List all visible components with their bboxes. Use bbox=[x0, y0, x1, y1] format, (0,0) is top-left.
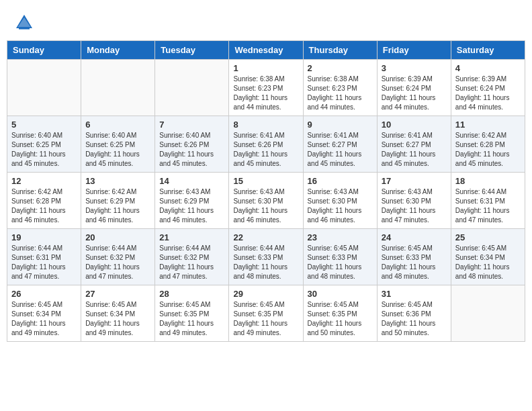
day-number: 22 bbox=[233, 232, 298, 242]
calendar-cell bbox=[155, 60, 229, 116]
day-info: Sunrise: 6:45 AMSunset: 6:36 PMDaylight:… bbox=[382, 301, 436, 336]
calendar-cell: 6Sunrise: 6:40 AMSunset: 6:25 PMDaylight… bbox=[81, 116, 155, 173]
calendar-cell: 19Sunrise: 6:44 AMSunset: 6:31 PMDayligh… bbox=[7, 229, 81, 285]
calendar-cell: 28Sunrise: 6:45 AMSunset: 6:35 PMDayligh… bbox=[155, 285, 229, 342]
day-header-saturday: Saturday bbox=[451, 41, 525, 60]
day-number: 30 bbox=[308, 289, 373, 299]
day-info: Sunrise: 6:45 AMSunset: 6:33 PMDaylight:… bbox=[308, 244, 362, 280]
day-number: 12 bbox=[11, 176, 77, 186]
calendar-cell: 1Sunrise: 6:38 AMSunset: 6:23 PMDaylight… bbox=[229, 60, 303, 116]
day-number: 8 bbox=[233, 120, 298, 130]
day-info: Sunrise: 6:41 AMSunset: 6:26 PMDaylight:… bbox=[233, 132, 287, 167]
day-info: Sunrise: 6:45 AMSunset: 6:35 PMDaylight:… bbox=[159, 301, 214, 336]
day-number: 23 bbox=[308, 232, 373, 242]
day-header-sunday: Sunday bbox=[7, 41, 81, 60]
day-number: 31 bbox=[382, 289, 447, 299]
day-info: Sunrise: 6:45 AMSunset: 6:35 PMDaylight:… bbox=[308, 301, 362, 336]
calendar-cell: 10Sunrise: 6:41 AMSunset: 6:27 PMDayligh… bbox=[377, 116, 451, 173]
day-number: 11 bbox=[455, 120, 521, 130]
day-number: 28 bbox=[159, 289, 224, 299]
day-info: Sunrise: 6:43 AMSunset: 6:30 PMDaylight:… bbox=[382, 188, 436, 224]
calendar-cell: 7Sunrise: 6:40 AMSunset: 6:26 PMDaylight… bbox=[155, 116, 229, 173]
calendar-cell: 22Sunrise: 6:44 AMSunset: 6:33 PMDayligh… bbox=[229, 229, 303, 285]
calendar-cell: 26Sunrise: 6:45 AMSunset: 6:34 PMDayligh… bbox=[7, 285, 81, 342]
day-info: Sunrise: 6:39 AMSunset: 6:24 PMDaylight:… bbox=[455, 75, 510, 111]
day-info: Sunrise: 6:38 AMSunset: 6:23 PMDaylight:… bbox=[308, 75, 362, 111]
calendar-cell: 25Sunrise: 6:45 AMSunset: 6:34 PMDayligh… bbox=[451, 229, 525, 285]
day-header-friday: Friday bbox=[377, 41, 451, 60]
day-header-thursday: Thursday bbox=[303, 41, 377, 60]
svg-rect-2 bbox=[19, 27, 30, 29]
calendar-cell: 23Sunrise: 6:45 AMSunset: 6:33 PMDayligh… bbox=[303, 229, 377, 285]
calendar-table: SundayMondayTuesdayWednesdayThursdayFrid… bbox=[7, 40, 525, 342]
day-info: Sunrise: 6:42 AMSunset: 6:28 PMDaylight:… bbox=[11, 188, 66, 224]
day-info: Sunrise: 6:41 AMSunset: 6:27 PMDaylight:… bbox=[308, 132, 362, 167]
calendar-cell: 15Sunrise: 6:43 AMSunset: 6:30 PMDayligh… bbox=[229, 173, 303, 229]
logo-icon bbox=[13, 12, 35, 34]
calendar-cell: 27Sunrise: 6:45 AMSunset: 6:34 PMDayligh… bbox=[81, 285, 155, 342]
day-info: Sunrise: 6:43 AMSunset: 6:29 PMDaylight:… bbox=[159, 188, 214, 224]
calendar-cell: 31Sunrise: 6:45 AMSunset: 6:36 PMDayligh… bbox=[377, 285, 451, 342]
day-info: Sunrise: 6:45 AMSunset: 6:35 PMDaylight:… bbox=[233, 301, 287, 336]
calendar-cell: 24Sunrise: 6:45 AMSunset: 6:33 PMDayligh… bbox=[377, 229, 451, 285]
logo bbox=[13, 12, 38, 34]
calendar-header-row: SundayMondayTuesdayWednesdayThursdayFrid… bbox=[7, 41, 525, 60]
day-info: Sunrise: 6:45 AMSunset: 6:34 PMDaylight:… bbox=[11, 301, 66, 336]
day-info: Sunrise: 6:45 AMSunset: 6:33 PMDaylight:… bbox=[382, 244, 436, 280]
calendar-cell: 11Sunrise: 6:42 AMSunset: 6:28 PMDayligh… bbox=[451, 116, 525, 173]
day-info: Sunrise: 6:39 AMSunset: 6:24 PMDaylight:… bbox=[382, 75, 436, 111]
day-number: 24 bbox=[382, 232, 447, 242]
calendar-cell: 2Sunrise: 6:38 AMSunset: 6:23 PMDaylight… bbox=[303, 60, 377, 116]
calendar-cell: 17Sunrise: 6:43 AMSunset: 6:30 PMDayligh… bbox=[377, 173, 451, 229]
day-number: 13 bbox=[85, 176, 150, 186]
calendar-cell: 30Sunrise: 6:45 AMSunset: 6:35 PMDayligh… bbox=[303, 285, 377, 342]
calendar-cell bbox=[451, 285, 525, 342]
day-header-tuesday: Tuesday bbox=[155, 41, 229, 60]
calendar-week-row: 1Sunrise: 6:38 AMSunset: 6:23 PMDaylight… bbox=[7, 60, 525, 116]
calendar-week-row: 5Sunrise: 6:40 AMSunset: 6:25 PMDaylight… bbox=[7, 116, 525, 173]
day-number: 4 bbox=[455, 63, 521, 73]
day-info: Sunrise: 6:45 AMSunset: 6:34 PMDaylight:… bbox=[85, 301, 140, 336]
day-info: Sunrise: 6:42 AMSunset: 6:29 PMDaylight:… bbox=[85, 188, 140, 224]
day-number: 29 bbox=[233, 289, 298, 299]
calendar-cell: 13Sunrise: 6:42 AMSunset: 6:29 PMDayligh… bbox=[81, 173, 155, 229]
day-info: Sunrise: 6:40 AMSunset: 6:25 PMDaylight:… bbox=[11, 132, 66, 167]
calendar-week-row: 26Sunrise: 6:45 AMSunset: 6:34 PMDayligh… bbox=[7, 285, 525, 342]
day-number: 19 bbox=[11, 232, 77, 242]
day-header-wednesday: Wednesday bbox=[229, 41, 303, 60]
calendar-cell bbox=[81, 60, 155, 116]
day-number: 10 bbox=[382, 120, 447, 130]
day-info: Sunrise: 6:42 AMSunset: 6:28 PMDaylight:… bbox=[455, 132, 510, 167]
calendar-cell: 29Sunrise: 6:45 AMSunset: 6:35 PMDayligh… bbox=[229, 285, 303, 342]
day-info: Sunrise: 6:44 AMSunset: 6:31 PMDaylight:… bbox=[11, 244, 66, 280]
calendar-cell: 3Sunrise: 6:39 AMSunset: 6:24 PMDaylight… bbox=[377, 60, 451, 116]
day-info: Sunrise: 6:45 AMSunset: 6:34 PMDaylight:… bbox=[455, 244, 510, 280]
day-number: 20 bbox=[85, 232, 150, 242]
day-info: Sunrise: 6:44 AMSunset: 6:31 PMDaylight:… bbox=[455, 188, 510, 224]
calendar-cell: 20Sunrise: 6:44 AMSunset: 6:32 PMDayligh… bbox=[81, 229, 155, 285]
day-header-monday: Monday bbox=[81, 41, 155, 60]
day-info: Sunrise: 6:44 AMSunset: 6:32 PMDaylight:… bbox=[85, 244, 140, 280]
day-number: 27 bbox=[85, 289, 150, 299]
day-number: 14 bbox=[159, 176, 224, 186]
day-number: 25 bbox=[455, 232, 521, 242]
day-info: Sunrise: 6:40 AMSunset: 6:25 PMDaylight:… bbox=[85, 132, 140, 167]
day-number: 5 bbox=[11, 120, 77, 130]
calendar-week-row: 19Sunrise: 6:44 AMSunset: 6:31 PMDayligh… bbox=[7, 229, 525, 285]
day-number: 1 bbox=[233, 63, 298, 73]
calendar-cell: 5Sunrise: 6:40 AMSunset: 6:25 PMDaylight… bbox=[7, 116, 81, 173]
calendar-cell: 16Sunrise: 6:43 AMSunset: 6:30 PMDayligh… bbox=[303, 173, 377, 229]
day-number: 2 bbox=[308, 63, 373, 73]
calendar-cell: 12Sunrise: 6:42 AMSunset: 6:28 PMDayligh… bbox=[7, 173, 81, 229]
day-info: Sunrise: 6:43 AMSunset: 6:30 PMDaylight:… bbox=[308, 188, 362, 224]
day-number: 7 bbox=[159, 120, 224, 130]
calendar-cell: 9Sunrise: 6:41 AMSunset: 6:27 PMDaylight… bbox=[303, 116, 377, 173]
day-info: Sunrise: 6:44 AMSunset: 6:33 PMDaylight:… bbox=[233, 244, 287, 280]
day-number: 18 bbox=[455, 176, 521, 186]
page-header bbox=[7, 7, 525, 38]
day-number: 21 bbox=[159, 232, 224, 242]
day-number: 26 bbox=[11, 289, 77, 299]
day-info: Sunrise: 6:41 AMSunset: 6:27 PMDaylight:… bbox=[382, 132, 436, 167]
day-number: 17 bbox=[382, 176, 447, 186]
day-number: 6 bbox=[85, 120, 150, 130]
